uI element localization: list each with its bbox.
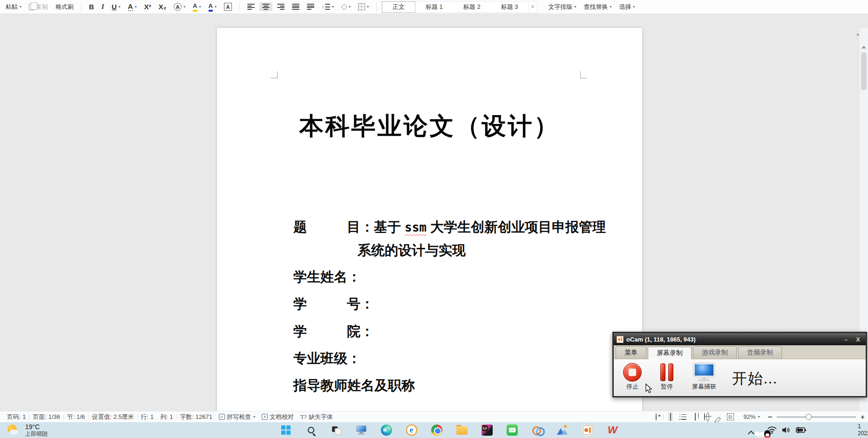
status-page[interactable]: 页面: 1/36: [29, 413, 63, 421]
intellij-button[interactable]: IJ: [481, 424, 493, 437]
eye-protect-button[interactable]: [654, 412, 658, 421]
chevron-down-icon: ▾: [758, 415, 760, 419]
underline-button[interactable]: U▾: [109, 1, 123, 12]
zoom-in-button[interactable]: +: [861, 413, 864, 421]
line-spacing-button[interactable]: ↕ ▾: [319, 2, 337, 11]
wps-taskbar-button[interactable]: W: [606, 424, 619, 437]
highlight-button[interactable]: A▾: [190, 1, 203, 13]
edit-mode-button[interactable]: [712, 416, 715, 418]
screen: 粘贴 ▾ 复制 格式刷 B I U▾ A▾ X² X₂ A▾ A▾ A▾ A: [0, 0, 868, 438]
style-heading2[interactable]: 标题 2: [453, 1, 491, 13]
style-heading1[interactable]: 标题 1: [415, 1, 453, 13]
taskbar-clock[interactable]: 1 2022: [858, 423, 868, 437]
distribute-icon: [307, 4, 314, 10]
chevron-down-icon: ▾: [253, 415, 255, 419]
bold-button[interactable]: B: [86, 1, 97, 12]
ocam-taskbar-button[interactable]: [581, 424, 594, 437]
copy-label: 复制: [36, 3, 48, 11]
page-view-button[interactable]: [668, 412, 673, 421]
outline-view-button[interactable]: [678, 413, 688, 421]
style-normal[interactable]: 正文: [382, 1, 415, 13]
ribbon-toolbar: 粘贴 ▾ 复制 格式刷 B I U▾ A▾ X² X₂ A▾ A▾ A▾ A: [0, 0, 868, 14]
italic-button[interactable]: I: [99, 1, 107, 12]
messenger-button[interactable]: [506, 424, 518, 437]
justify-button[interactable]: [289, 2, 302, 11]
find-replace-button[interactable]: 查找替换▾: [581, 1, 615, 13]
collapse-ribbon-icon[interactable]: ▴: [854, 30, 862, 37]
document-page[interactable]: 本科毕业论文（设计） 题目：基于 ssm 大学生创新创业项目申报管理 系统的设计…: [217, 28, 642, 411]
speaker-icon: [781, 426, 791, 434]
zoom-out-button[interactable]: −: [768, 413, 772, 421]
rings-app-button[interactable]: [531, 424, 543, 437]
screen-capture-button[interactable]: 屏幕捕获: [692, 363, 716, 391]
scroll-up-icon[interactable]: [861, 46, 866, 48]
align-center-button[interactable]: [259, 2, 272, 11]
ie-browser-button[interactable]: e: [405, 424, 418, 437]
change-case-button[interactable]: A▾: [171, 1, 188, 12]
zoom-level[interactable]: 92% ▾: [740, 413, 763, 420]
ocam-titlebar[interactable]: oCam (1, 118, 1865, 943) – X: [614, 333, 866, 345]
status-bar: 页码: 1 页面: 1/36 节: 1/6 设置值: 2.5厘米 行: 1 列:…: [0, 411, 868, 422]
zoom-slider-thumb[interactable]: [806, 414, 812, 420]
search-button[interactable]: [305, 424, 317, 437]
divider: [376, 2, 377, 12]
search-icon: [308, 427, 314, 433]
spell-check-toggle[interactable]: ✓ 拼写检查 ▾: [216, 413, 258, 421]
stop-button[interactable]: 停止: [623, 363, 642, 391]
style-heading3[interactable]: 标题 3: [491, 1, 529, 13]
proofread-button[interactable]: × 文档校对: [258, 413, 297, 421]
margin-cropmark-right: [580, 71, 587, 78]
align-right-button[interactable]: [274, 2, 287, 11]
chevron-down-icon: ▾: [332, 5, 334, 9]
file-manager-button[interactable]: [355, 424, 367, 437]
missing-font-button[interactable]: T? 缺失字体: [297, 413, 336, 421]
start-button[interactable]: [279, 424, 292, 437]
format-painter-button[interactable]: 格式刷: [53, 1, 76, 13]
subscript-button[interactable]: X₂: [156, 1, 169, 12]
photos-app-button[interactable]: [556, 424, 569, 437]
font-color-button[interactable]: A▾: [206, 1, 219, 13]
shading-button[interactable]: ▾: [339, 3, 353, 11]
tab-game-record[interactable]: 游戏录制: [693, 346, 737, 359]
character-tool-button[interactable]: A▾: [125, 1, 140, 13]
task-view-button[interactable]: [330, 424, 342, 437]
chevron-down-icon: ▾: [575, 5, 576, 9]
close-button[interactable]: X: [853, 336, 863, 343]
select-button[interactable]: 选择▾: [617, 1, 638, 13]
read-mode-button[interactable]: [693, 412, 698, 421]
volume-tray-button[interactable]: [781, 426, 791, 434]
character-border-button[interactable]: A: [221, 1, 235, 12]
borders-icon: [358, 3, 365, 10]
screen-capture-label: 屏幕捕获: [692, 383, 716, 391]
tab-screen-record[interactable]: 屏幕录制: [648, 347, 692, 359]
status-margin-setting: 设置值: 2.5厘米: [88, 413, 137, 421]
tab-menu[interactable]: 菜单: [616, 346, 646, 359]
tab-audio-record[interactable]: 音频录制: [738, 346, 782, 359]
battery-tray-button[interactable]: [795, 426, 807, 434]
align-left-button[interactable]: [244, 2, 258, 11]
monitor-icon: [693, 363, 715, 382]
status-word-count[interactable]: 字数: 12671: [177, 413, 216, 421]
scrollbar-thumb[interactable]: [861, 52, 867, 90]
more-styles-button[interactable]: =: [529, 1, 537, 13]
web-view-button[interactable]: [702, 412, 707, 421]
copy-icon: [29, 4, 34, 10]
copy-button[interactable]: 复制: [26, 1, 51, 13]
borders-button[interactable]: ▾: [355, 2, 372, 12]
chrome-button[interactable]: [430, 424, 443, 437]
weather-widget[interactable]: 19°C 上部晴朗: [7, 424, 47, 438]
pause-icon: [658, 363, 676, 382]
zoom-slider[interactable]: [777, 414, 856, 420]
pause-button[interactable]: 暂停: [658, 363, 676, 391]
mountain-icon: [557, 424, 568, 436]
fit-page-button[interactable]: [725, 412, 736, 421]
clock-time: 1: [858, 423, 868, 430]
text-layout-button[interactable]: 文字排版▾: [546, 1, 579, 13]
superscript-button[interactable]: X²: [141, 1, 154, 12]
minimize-button[interactable]: –: [841, 336, 850, 343]
field-college: 学院：: [293, 322, 374, 341]
distribute-button[interactable]: [304, 2, 317, 11]
paste-button[interactable]: 粘贴 ▾: [3, 1, 24, 13]
file-explorer-button[interactable]: [455, 424, 468, 437]
edge-browser-button[interactable]: [380, 424, 393, 437]
